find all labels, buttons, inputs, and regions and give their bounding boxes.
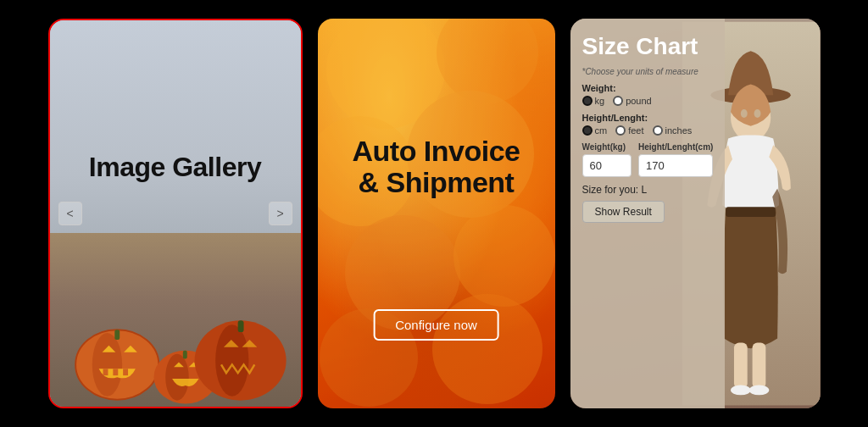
svg-rect-6 <box>103 369 108 376</box>
weight-pound-option[interactable]: pound <box>613 96 652 106</box>
svg-rect-33 <box>726 207 776 217</box>
height-cm-option[interactable]: cm <box>582 125 608 136</box>
svg-point-24 <box>453 205 555 307</box>
svg-rect-3 <box>114 330 120 341</box>
input-row: Weight(kg) Height/Lenght(cm) <box>582 142 714 177</box>
size-chart-title: Size Chart <box>582 34 714 60</box>
image-gallery-card: Image Gallery <box>48 19 303 408</box>
height-inches-radio[interactable] <box>653 125 663 136</box>
weight-label: Weight: <box>582 83 714 93</box>
height-input-col: Height/Lenght(cm) <box>638 142 713 177</box>
show-result-button[interactable]: Show Result <box>582 201 665 223</box>
gallery-title: Image Gallery <box>62 152 287 183</box>
size-chart-background: Size Chart *Choose your units of measure… <box>570 19 821 408</box>
size-result: Size for you: L <box>582 184 714 196</box>
height-input-label: Height/Lenght(cm) <box>638 142 713 152</box>
svg-rect-35 <box>753 342 766 388</box>
size-chart-panel: Size Chart *Choose your units of measure… <box>570 19 726 408</box>
svg-rect-34 <box>734 342 748 388</box>
auto-invoice-card: Auto Invoice & Shipment Configure now <box>318 19 555 408</box>
svg-point-31 <box>741 109 748 118</box>
weight-field-group: Weight: kg pound <box>582 83 714 106</box>
height-cm-radio[interactable] <box>582 125 593 136</box>
weight-pound-radio[interactable] <box>613 96 623 106</box>
svg-point-36 <box>731 385 751 396</box>
gallery-prev-arrow[interactable]: < <box>58 202 82 225</box>
pumpkins-svg <box>50 244 301 407</box>
svg-point-1 <box>92 334 121 397</box>
size-chart-card: Size Chart *Choose your units of measure… <box>570 19 821 408</box>
units-label: *Choose your units of measure <box>582 67 714 76</box>
svg-rect-11 <box>182 351 186 359</box>
svg-point-32 <box>754 109 761 118</box>
invoice-pumpkin-bg <box>318 19 555 408</box>
configure-now-button[interactable]: Configure now <box>373 309 499 341</box>
weight-radio-group: kg pound <box>582 96 714 106</box>
height-radio-group: cm feet inches <box>582 125 714 136</box>
height-label: Height/Lenght: <box>582 113 714 123</box>
svg-point-20 <box>437 19 538 103</box>
height-field-group: Height/Lenght: cm feet inches <box>582 113 714 136</box>
height-feet-option[interactable]: feet <box>615 125 643 136</box>
height-input[interactable] <box>638 154 713 177</box>
svg-point-15 <box>215 325 248 396</box>
weight-input[interactable] <box>582 154 632 177</box>
weight-input-col: Weight(kg) <box>582 142 632 177</box>
main-container: Image Gallery <box>0 0 868 427</box>
svg-point-10 <box>165 354 188 401</box>
svg-rect-7 <box>113 369 118 376</box>
weight-kg-radio[interactable] <box>582 96 593 106</box>
invoice-title: Auto Invoice & Shipment <box>330 135 543 198</box>
weight-input-label: Weight(kg) <box>582 142 632 152</box>
svg-rect-8 <box>123 369 128 376</box>
gallery-next-arrow[interactable]: > <box>269 202 292 225</box>
svg-point-37 <box>749 385 770 396</box>
height-feet-radio[interactable] <box>615 125 626 136</box>
invoice-background: Auto Invoice & Shipment Configure now <box>318 19 555 408</box>
height-inches-option[interactable]: inches <box>653 125 693 136</box>
gallery-background: Image Gallery <box>50 20 301 407</box>
pumpkins-area <box>50 244 301 407</box>
weight-kg-option[interactable]: kg <box>582 96 605 106</box>
svg-rect-16 <box>237 321 243 333</box>
